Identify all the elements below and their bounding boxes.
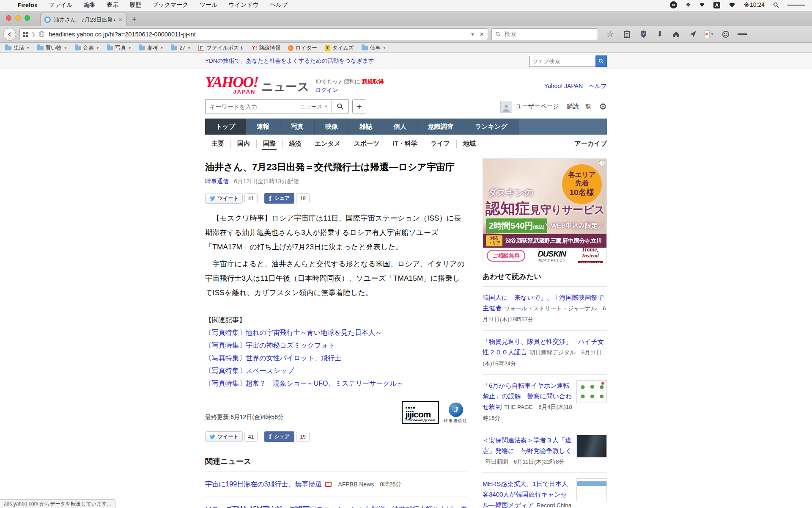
bookmark-reuters[interactable]: ロイター	[288, 44, 317, 52]
close-window-button[interactable]	[6, 15, 11, 21]
login-link[interactable]: ログイン	[315, 87, 338, 93]
dropbox-icon[interactable]: ❖	[686, 2, 691, 8]
news-link[interactable]: ソユーズTMA-15M宇宙船、国際宇宙ステーションから帰還 油井飛行士打ち上げへ…	[205, 505, 467, 508]
ad-consult-button[interactable]: ご相談無料	[487, 250, 525, 262]
bookmark-folder-reference[interactable]: 参考▼	[139, 44, 163, 52]
yahoo-japan-link[interactable]: Yahoo! JAPAN	[544, 83, 583, 90]
menu-file[interactable]: ファイル	[49, 1, 73, 9]
news-search-button[interactable]	[332, 99, 349, 113]
gear-icon[interactable]: ⚙	[599, 102, 607, 112]
news-thumbnail[interactable]	[576, 478, 607, 501]
site-tiles-icon[interactable]	[23, 32, 28, 37]
bookmark-folder-shopping[interactable]: 買い物▼	[37, 44, 67, 52]
tab-magazine[interactable]: 雑誌	[349, 119, 383, 135]
ad-banner[interactable]: i 各エリア 先着 10名様 ダスキンの 認知症見守りサービス 2時間540円(…	[483, 158, 607, 263]
tab-flash[interactable]: 速報	[246, 119, 280, 135]
airport-signal-icon[interactable]	[699, 3, 705, 7]
facebook-share-button[interactable]: f シェア	[264, 431, 294, 442]
browser-tab[interactable]: 油井さん、7月23日出発＝交... ✕	[40, 13, 127, 26]
pdf-converter-icon[interactable]: P▼	[705, 30, 714, 39]
new-tab-button[interactable]: +	[132, 15, 137, 23]
ad-info-icon[interactable]: i	[599, 160, 605, 166]
share-count[interactable]: 19	[296, 193, 309, 203]
bookmark-times[interactable]: Tタイムズ	[325, 44, 354, 52]
menu-history[interactable]: 履歴	[129, 1, 141, 9]
yahoo-news-logo[interactable]: YAHOO! JAPAN ニュース	[205, 75, 310, 94]
menu-firefox[interactable]: Firefox	[18, 2, 38, 8]
bookmark-folder-life[interactable]: 生活▼	[5, 44, 30, 52]
web-search-input[interactable]	[529, 56, 596, 66]
keyword-search-field[interactable]: ニュース▼	[205, 99, 332, 113]
subnav-economy[interactable]: 経済	[282, 140, 308, 148]
feedback-smiley-icon[interactable]	[721, 30, 730, 39]
help-link[interactable]: ヘルプ	[589, 83, 607, 90]
related-link[interactable]: 〔写真特集〕憧れの宇宙飛行士～青い地球を見た日本人～	[205, 326, 467, 339]
tweet-button[interactable]: ツイート	[205, 193, 243, 204]
news-thumbnail[interactable]	[576, 380, 607, 403]
search-category-dropdown[interactable]: ニュース▼	[296, 103, 332, 110]
user-page-link[interactable]: ユーザーページ	[500, 101, 559, 113]
sidebar-news-link[interactable]: ＜安保関連法案＞学者３人「違憲」発端に 与野党論争激しく	[483, 436, 572, 454]
browser-search-input[interactable]	[504, 30, 594, 38]
promo-link[interactable]: YDNの技術で、あなたと社会をよくするための活動をつなぎます	[205, 57, 374, 65]
url-bar[interactable]: ❯ ▼ ✕	[19, 28, 488, 40]
downloads-icon[interactable]: ⬇	[655, 30, 664, 39]
tab-poll[interactable]: 意識調査	[417, 119, 464, 135]
share-count[interactable]: 19	[296, 432, 309, 442]
subnav-region[interactable]: 地域	[456, 140, 482, 148]
news-thumbnail[interactable]	[576, 435, 607, 458]
tweet-button[interactable]: ツイート	[205, 431, 243, 442]
subnav-main[interactable]: 主要	[205, 140, 230, 148]
menu-help[interactable]: ヘルプ	[270, 1, 288, 9]
tab-close-icon[interactable]: ✕	[118, 17, 123, 23]
subnav-life[interactable]: ライフ	[424, 140, 456, 148]
notification-center-icon[interactable]	[787, 3, 805, 7]
keyword-input[interactable]	[206, 103, 296, 110]
menu-hamburger-icon[interactable]	[738, 30, 747, 39]
tweet-count[interactable]: 41	[244, 193, 258, 203]
bookmark-folder-work[interactable]: 仕事▼	[362, 44, 386, 52]
tab-ranking[interactable]: ランキング	[464, 119, 518, 135]
menu-view[interactable]: 表示	[107, 1, 118, 9]
facebook-share-button[interactable]: f シェア	[264, 193, 294, 204]
menubar-clock[interactable]: 金10:24	[744, 1, 765, 9]
menu-bookmarks[interactable]: ブックマーク	[152, 1, 189, 9]
browser-search-bar[interactable]	[491, 28, 598, 40]
reading-list-icon[interactable]	[622, 30, 631, 39]
news-link[interactable]: 宇宙に199日滞在の3飛行士、無事帰還	[205, 480, 322, 488]
bookmark-transit[interactable]: Y!路線情報	[252, 44, 280, 52]
bookmark-folder-photo[interactable]: 写真▼	[107, 44, 132, 52]
subscriptions-link[interactable]: 購読一覧	[567, 102, 591, 110]
related-link[interactable]: 〔写真特集〕宇宙の神秘コズミックフォト	[205, 339, 467, 352]
bookmark-filepost[interactable]: Fファイルポスト	[198, 44, 244, 52]
menu-edit[interactable]: 編集	[84, 1, 96, 9]
share-plane-icon[interactable]	[688, 30, 697, 39]
stop-load-icon[interactable]: ✕	[479, 31, 484, 38]
tweet-count[interactable]: 41	[244, 432, 258, 442]
spotlight-icon[interactable]	[773, 2, 779, 8]
tab-photo[interactable]: 写真	[280, 119, 315, 135]
home-icon[interactable]	[672, 30, 681, 39]
bookmark-folder-music[interactable]: 音楽▼	[75, 44, 99, 52]
related-link[interactable]: 〔写真特集〕世界の女性パイロット、飛行士	[205, 352, 467, 364]
bookmark-folder-27[interactable]: 27▼	[171, 45, 191, 51]
tab-personal[interactable]: 個人	[383, 119, 417, 135]
subnav-entertainment[interactable]: エンタメ	[308, 140, 347, 148]
subnav-international[interactable]: 国際	[256, 140, 282, 148]
creative-cloud-icon[interactable]: ∞	[670, 1, 677, 8]
related-link[interactable]: 〔写真特集〕超常？ 現象ショー～UFO、ミステリーサークル～	[205, 377, 467, 390]
url-dropdown-icon[interactable]: ▼	[470, 31, 475, 37]
minimize-window-button[interactable]	[15, 15, 21, 21]
related-link[interactable]: 〔写真特集〕スペースシップ	[205, 364, 467, 377]
subnav-it-science[interactable]: IT・科学	[386, 140, 423, 148]
register-link[interactable]: 新規取得	[362, 78, 384, 85]
tab-video[interactable]: 映像	[315, 119, 349, 135]
menu-window[interactable]: ウインドウ	[228, 1, 259, 9]
shield-extension-icon[interactable]: V	[639, 30, 648, 39]
zoom-window-button[interactable]	[25, 15, 30, 21]
bookmark-star-icon[interactable]: ☆	[606, 30, 615, 39]
url-input[interactable]	[48, 30, 467, 38]
wifi-icon[interactable]	[729, 3, 735, 8]
back-button[interactable]	[3, 28, 16, 41]
add-search-button[interactable]: +	[352, 99, 366, 113]
